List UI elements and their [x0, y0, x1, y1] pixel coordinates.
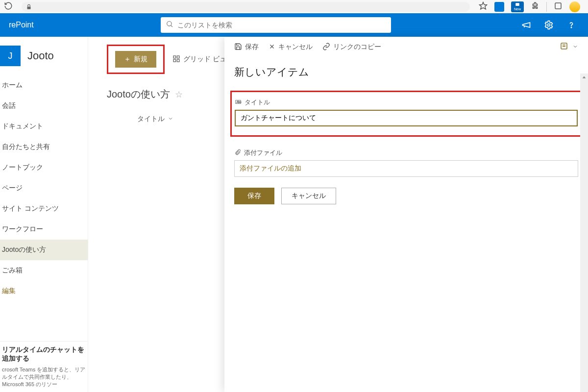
nav-home[interactable]: ホーム: [0, 75, 88, 96]
divider: [546, 2, 547, 12]
link-icon: [322, 43, 330, 52]
title-input[interactable]: [235, 110, 578, 126]
svg-rect-2: [515, 3, 519, 6]
svg-point-8: [571, 27, 571, 27]
nav-workflow[interactable]: ワークフロー: [0, 219, 88, 240]
title-field-label: タイトル: [245, 98, 270, 107]
panel-cancel-label: キャンセル: [278, 43, 313, 51]
nav-edit-link[interactable]: 編集: [0, 281, 88, 301]
svg-point-6: [548, 24, 550, 26]
teams-promo: × リアルタイムのチャットを追加する crosoft Teams を追加すると、…: [0, 341, 88, 392]
grid-view-label: グリッド ビュ: [183, 55, 226, 64]
browser-chrome: New: [0, 0, 588, 13]
site-header: J Jooto: [0, 37, 88, 75]
search-input[interactable]: [177, 21, 386, 29]
lock-icon: [25, 3, 32, 10]
attach-field-label-row: 添付ファイル: [234, 148, 578, 157]
svg-rect-11: [173, 59, 176, 62]
search-box[interactable]: [161, 17, 391, 33]
nav-notebook[interactable]: ノートブック: [0, 157, 88, 178]
extensions-icon[interactable]: [531, 1, 539, 12]
suite-header: rePoint: [0, 13, 588, 37]
search-icon: [166, 20, 173, 30]
left-nav: J Jooto ホーム 会話 ドキュメント 自分たちと共有 ノートブック ページ…: [0, 37, 88, 392]
url-bar[interactable]: [22, 2, 470, 12]
panel-save-label: 保存: [245, 43, 259, 51]
panel-cancel-command[interactable]: キャンセル: [269, 43, 313, 51]
grid-view-button[interactable]: グリッド ビュ: [172, 55, 226, 64]
nav-shared[interactable]: 自分たちと共有: [0, 137, 88, 157]
svg-rect-12: [177, 59, 179, 62]
app-icon[interactable]: [554, 1, 563, 12]
nav-site-contents[interactable]: サイト コンテンツ: [0, 198, 88, 219]
title-field-label-row: Abc タイトル: [235, 98, 578, 107]
plus-icon: ＋: [124, 55, 131, 64]
collections-icon[interactable]: New: [511, 1, 524, 12]
form-icon: [560, 42, 568, 52]
save-button[interactable]: 保存: [234, 188, 274, 204]
panel-copylink-command[interactable]: リンクのコピー: [322, 43, 381, 52]
highlight-new-button: ＋ 新規: [107, 45, 165, 74]
list-title: Jootoの使い方: [107, 88, 170, 101]
nav-documents[interactable]: ドキュメント: [0, 116, 88, 137]
settings-icon[interactable]: [544, 20, 554, 30]
panel-copylink-label: リンクのコピー: [333, 43, 381, 51]
svg-rect-10: [177, 56, 179, 58]
reload-icon[interactable]: [4, 1, 13, 12]
new-item-panel: 保存 キャンセル リンクのコピー: [224, 37, 588, 392]
attach-field-label: 添付ファイル: [244, 148, 282, 157]
promo-title: リアルタイムのチャットを追加する: [2, 345, 86, 363]
nav-pages[interactable]: ページ: [0, 178, 88, 198]
site-tile[interactable]: J: [0, 46, 21, 66]
site-name[interactable]: Jooto: [27, 49, 54, 62]
highlight-title-field: Abc タイトル: [230, 91, 582, 137]
cancel-button[interactable]: キャンセル: [281, 188, 336, 204]
chevron-down-icon: [168, 115, 173, 123]
grid-icon: [172, 55, 180, 64]
add-attachment-button[interactable]: 添付ファイルの追加: [234, 160, 578, 177]
svg-marker-1: [480, 2, 487, 9]
svg-line-5: [171, 25, 172, 27]
svg-rect-3: [555, 3, 561, 9]
new-item-button[interactable]: ＋ 新規: [115, 51, 156, 68]
favorite-star-icon[interactable]: ☆: [175, 89, 183, 100]
close-icon: [269, 43, 275, 51]
nav-jooto-usage[interactable]: Jootoの使い方: [0, 240, 88, 260]
text-field-icon: Abc: [235, 98, 242, 107]
panel-save-command[interactable]: 保存: [234, 43, 259, 52]
app-brand[interactable]: rePoint: [0, 21, 43, 29]
panel-heading: 新しいアイテム: [224, 57, 588, 87]
browser-actions: New: [479, 1, 584, 12]
save-icon: [234, 43, 242, 52]
favorite-icon[interactable]: [479, 1, 488, 12]
column-title-label: タイトル: [137, 115, 165, 123]
vertical-scrollbar[interactable]: [580, 74, 588, 392]
svg-text:Abc: Abc: [237, 100, 241, 103]
new-button-label: 新規: [134, 55, 147, 64]
promo-body: crosoft Teams を追加すると、リアルタイムで共同作業したり、Micr…: [2, 366, 86, 388]
close-icon[interactable]: ×: [78, 344, 84, 355]
chevron-down-icon: [572, 43, 578, 51]
help-icon[interactable]: [566, 20, 576, 30]
panel-command-bar: 保存 キャンセル リンクのコピー: [224, 37, 588, 57]
attachment-icon: [234, 149, 241, 157]
panel-form-mode[interactable]: [560, 42, 578, 52]
megaphone-icon[interactable]: [521, 20, 531, 30]
bing-icon[interactable]: [494, 2, 504, 12]
profile-avatar[interactable]: [569, 1, 580, 12]
svg-rect-9: [173, 56, 176, 58]
svg-marker-20: [583, 76, 586, 78]
nav-recycle-bin[interactable]: ごみ箱: [0, 260, 88, 281]
svg-rect-0: [27, 6, 31, 9]
svg-point-4: [167, 22, 172, 26]
scroll-up-icon[interactable]: [580, 74, 588, 81]
nav-conversations[interactable]: 会話: [0, 96, 88, 116]
